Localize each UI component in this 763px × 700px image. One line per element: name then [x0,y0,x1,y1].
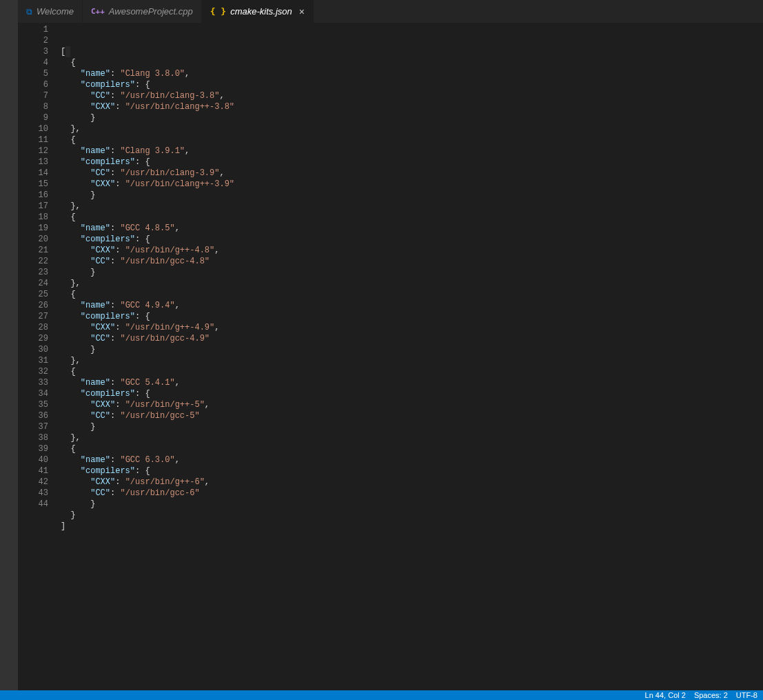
code-line[interactable]: { [61,57,763,68]
code-line[interactable]: }, [61,201,763,212]
minimap[interactable] [753,23,763,106]
code-line[interactable]: "CXX": "/usr/bin/g++-5", [61,399,763,410]
code-line[interactable]: "name": "GCC 4.9.4", [61,300,763,311]
cpp-icon: C++ [91,7,105,16]
line-number: 10 [18,123,61,134]
line-number: 27 [18,311,61,322]
code-line[interactable]: "name": "GCC 6.3.0", [61,454,763,466]
activity-item[interactable] [0,0,18,18]
line-number: 36 [18,410,61,421]
line-number: 25 [18,289,61,300]
code-line[interactable]: "compilers": { [61,388,763,399]
code-line[interactable]: { [61,366,763,377]
line-number: 42 [18,477,61,488]
line-number: 37 [18,421,61,432]
line-number: 41 [18,466,61,477]
line-number: 38 [18,432,61,443]
code-line[interactable]: { [61,212,763,223]
line-number: 39 [18,443,61,454]
line-number: 15 [18,179,61,190]
line-number: 30 [18,344,61,355]
code-line[interactable]: ] [61,521,763,532]
code-line[interactable]: "name": "GCC 5.4.1", [61,377,763,388]
status-cursor-position[interactable]: Ln 44, Col 2 [645,691,686,699]
vscode-icon: ⧉ [26,7,32,17]
code-line[interactable]: } [61,421,763,432]
line-number: 12 [18,146,61,157]
code-line[interactable]: "CC": "/usr/bin/gcc-4.9" [61,333,763,344]
tab-label: cmake-kits.json [230,6,292,17]
code-line[interactable]: } [61,344,763,355]
code-line[interactable]: "compilers": { [61,234,763,245]
code-line[interactable]: "CC": "/usr/bin/clang-3.9", [61,168,763,179]
code-line[interactable]: "compilers": { [61,311,763,322]
line-number: 14 [18,168,61,179]
code-line[interactable]: "compilers": { [61,157,763,168]
code-line[interactable]: } [61,267,763,278]
line-number: 17 [18,201,61,212]
line-number: 13 [18,157,61,168]
code-line[interactable]: }, [61,432,763,443]
line-number: 1 [18,24,61,35]
code-line[interactable]: "name": "GCC 4.8.5", [61,223,763,234]
tab-welcome[interactable]: ⧉Welcome [18,0,83,23]
line-number: 21 [18,245,61,256]
line-number: 11 [18,134,61,146]
line-number: 44 [18,499,61,510]
code-line[interactable]: } [61,510,763,521]
code-editor[interactable]: [ { "name": "Clang 3.8.0", "compilers": … [61,23,763,690]
line-number: 6 [18,79,61,90]
line-number: 34 [18,388,61,399]
line-number: 40 [18,454,61,466]
code-line[interactable]: { [61,443,763,454]
code-line[interactable]: [ [61,46,763,57]
line-number: 5 [18,68,61,79]
line-number: 32 [18,366,61,377]
code-line[interactable]: "compilers": { [61,79,763,90]
status-indentation[interactable]: Spaces: 2 [694,691,728,699]
activity-bar [0,0,18,690]
code-line[interactable]: }, [61,123,763,134]
line-number: 9 [18,112,61,123]
line-number: 4 [18,57,61,68]
line-number: 35 [18,399,61,410]
line-number: 8 [18,101,61,112]
code-line[interactable]: "CXX": "/usr/bin/g++-4.8", [61,245,763,256]
code-line[interactable]: "name": "Clang 3.9.1", [61,146,763,157]
code-line[interactable]: "CXX": "/usr/bin/clang++-3.8" [61,101,763,112]
code-line[interactable]: } [61,190,763,201]
code-line[interactable]: { [61,134,763,146]
code-line[interactable]: "name": "Clang 3.8.0", [61,68,763,79]
line-number: 19 [18,223,61,234]
code-line[interactable]: "CC": "/usr/bin/gcc-6" [61,488,763,499]
line-number: 31 [18,355,61,366]
line-number: 7 [18,90,61,101]
code-line[interactable]: }, [61,278,763,289]
code-line[interactable]: }, [61,355,763,366]
line-number: 2 [18,35,61,46]
code-line[interactable]: "CXX": "/usr/bin/g++-6", [61,477,763,488]
code-line[interactable]: "CXX": "/usr/bin/clang++-3.9" [61,179,763,190]
code-line[interactable]: "CC": "/usr/bin/gcc-4.8" [61,256,763,267]
tab-cmake-kits-json[interactable]: { }cmake-kits.json× [202,0,314,23]
code-line[interactable]: "CXX": "/usr/bin/g++-4.9", [61,322,763,333]
code-line[interactable]: } [61,112,763,123]
tab-label: Welcome [37,6,74,17]
line-number: 18 [18,212,61,223]
line-number: 33 [18,377,61,388]
code-line[interactable]: { [61,289,763,300]
tab-awesomeproject-cpp[interactable]: C++AwesomeProject.cpp [83,0,202,23]
close-icon[interactable]: × [299,6,305,17]
line-number: 20 [18,234,61,245]
code-line[interactable]: "CC": "/usr/bin/clang-3.8", [61,90,763,101]
line-number: 29 [18,333,61,344]
line-number: 24 [18,278,61,289]
tab-label: AwesomeProject.cpp [109,6,193,17]
line-number: 16 [18,190,61,201]
status-encoding[interactable]: UTF-8 [736,691,757,699]
code-line[interactable]: "CC": "/usr/bin/gcc-5" [61,410,763,421]
code-line[interactable]: } [61,499,763,510]
line-number: 26 [18,300,61,311]
code-line[interactable]: "compilers": { [61,466,763,477]
content-area: ⧉WelcomeC++AwesomeProject.cpp{ }cmake-ki… [18,0,763,690]
